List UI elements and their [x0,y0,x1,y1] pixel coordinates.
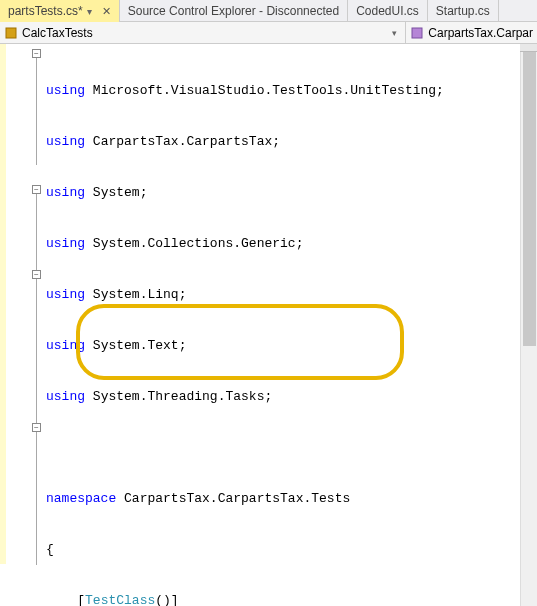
pin-toggle-icon[interactable]: ▾ [83,6,96,17]
keyword: using [46,389,85,404]
nav-member-dropdown[interactable]: CarpartsTax.Carpar [406,22,537,43]
keyword: using [46,134,85,149]
nav-member-label: CarpartsTax.Carpar [428,26,533,40]
code-editor[interactable]: − − − − using Microsoft.VisualStudio.Tes… [0,44,537,606]
keyword: using [46,338,85,353]
navigation-bar: CalcTaxTests ▾ CarpartsTax.Carpar [0,22,537,44]
namespace-name: CarpartsTax.CarpartsTax.Tests [124,491,350,506]
keyword: using [46,287,85,302]
tab-codedui[interactable]: CodedUI.cs [348,0,428,21]
tab-startup[interactable]: Startup.cs [428,0,499,21]
tab-label: CodedUI.cs [356,4,419,18]
namespace-ref: Microsoft.VisualStudio.TestTools.UnitTes… [93,83,444,98]
outline-line [36,58,37,165]
editor-gutter: − − − − [0,44,42,606]
collapse-toggle[interactable]: − [32,49,41,58]
keyword: using [46,83,85,98]
tab-partsTests[interactable]: partsTests.cs* ▾ ✕ [0,0,120,22]
namespace-ref: System.Text; [93,338,187,353]
class-icon [4,26,18,40]
outline-line [36,194,37,565]
collapse-toggle[interactable]: − [32,423,41,432]
bracket: [ [77,593,85,606]
collapse-toggle[interactable]: − [32,270,41,279]
brace: { [46,542,54,557]
tab-label: Source Control Explorer - Disconnected [128,4,339,18]
close-icon[interactable]: ✕ [102,5,111,18]
tab-bar: partsTests.cs* ▾ ✕ Source Control Explor… [0,0,537,22]
tab-label: partsTests.cs* [8,4,83,18]
method-icon [410,26,424,40]
split-handle[interactable] [520,44,537,52]
chevron-down-icon: ▾ [388,28,401,38]
vertical-scrollbar[interactable] [520,44,537,606]
collapse-toggle[interactable]: − [32,185,41,194]
svg-rect-1 [412,28,422,38]
namespace-ref: System.Threading.Tasks; [93,389,272,404]
keyword: using [46,185,85,200]
scrollbar-thumb[interactable] [523,46,536,346]
nav-scope-dropdown[interactable]: CalcTaxTests ▾ [0,22,406,43]
bracket: ()] [155,593,178,606]
change-indicator [0,44,6,564]
namespace-ref: System.Linq; [93,287,187,302]
code-content[interactable]: using Microsoft.VisualStudio.TestTools.U… [42,44,537,606]
keyword: using [46,236,85,251]
namespace-ref: System; [93,185,148,200]
keyword: namespace [46,491,116,506]
namespace-ref: CarpartsTax.CarpartsTax; [93,134,280,149]
attribute: TestClass [85,593,155,606]
svg-rect-0 [6,28,16,38]
tab-label: Startup.cs [436,4,490,18]
tab-source-control[interactable]: Source Control Explorer - Disconnected [120,0,348,21]
namespace-ref: System.Collections.Generic; [93,236,304,251]
nav-scope-label: CalcTaxTests [22,26,93,40]
